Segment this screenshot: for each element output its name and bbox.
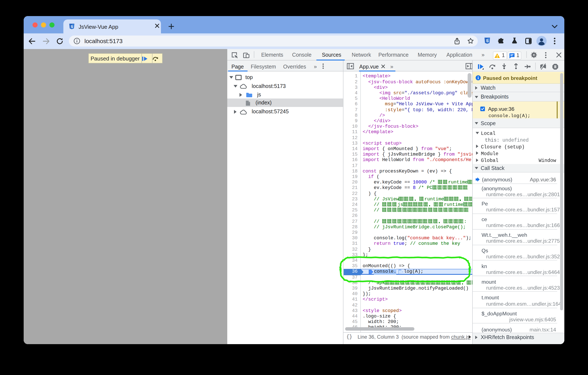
svg-text:S: S xyxy=(71,24,73,29)
svg-text:S: S xyxy=(486,38,489,43)
